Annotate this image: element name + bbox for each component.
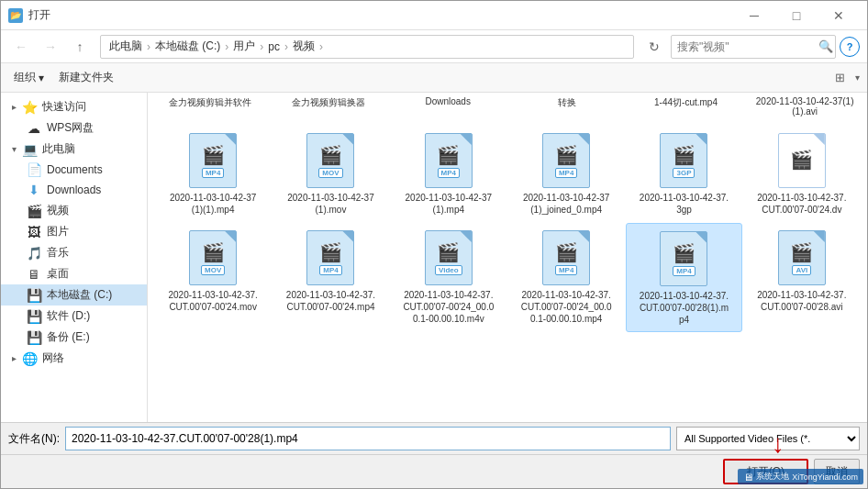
forward-button[interactable]: → [38,34,63,60]
file-name: 2020-11-03-10-42-37.3gp [638,192,729,216]
sidebar-item-wps-drive[interactable]: ☁ WPS网盘 [1,117,147,139]
address-bar[interactable]: 此电脑 › 本地磁盘 (C:) › 用户 › pc › 视频 › [100,35,634,59]
addr-drive[interactable]: 本地磁盘 (C:) [152,38,223,55]
file-name: 2020-11-03-10-42-37.CUT.00'07-00'24.mov [167,289,259,313]
video-icon: 🎬 [673,144,696,166]
file-name: 2020-11-03-10-42-37(1)(1).mp4 [167,192,259,216]
new-folder-button[interactable]: 新建文件夹 [53,67,119,89]
window-title: 打开 [28,7,50,23]
top-label-1: 金力视频剪辑并软件 [151,94,269,118]
search-icon: 🔍 [818,39,833,53]
file-item[interactable]: 🎬3GP2020-11-03-10-42-37.3gp [626,126,741,221]
sidebar-label-quick-access: 快速访问 [42,99,86,115]
minimize-button[interactable]: ─ [733,1,775,30]
video-icon: 🎬 [319,144,342,166]
sidebar-label-videos: 视频 [47,203,69,218]
file-type-badge: MP4 [555,265,577,275]
file-page: 🎬MP4 [306,230,354,285]
sidebar-item-documents[interactable]: 📄 Documents [1,160,147,180]
main-area: ▸ ⭐ 快速访问 ☁ WPS网盘 ▾ 💻 此电脑 📄 Documents ⬇ D… [1,93,867,422]
pictures-icon: 🖼 [27,225,41,239]
file-fold [696,134,707,145]
file-name: 2020-11-03-10-42-37.CUT.00'07-00'24_00.0… [403,289,495,325]
file-page: 🎬MP4 [189,133,237,188]
file-item[interactable]: 🎬2020-11-03-10-42-37.CUT.00'07-00'24.dv [744,126,860,221]
file-area-wrapper: 金力视频剪辑并软件 金力视频剪辑换器 Downloads 转换 1-44切-cu… [148,93,867,422]
file-type-badge: MP4 [202,168,224,178]
sidebar-item-pictures[interactable]: 🖼 图片 [1,221,147,242]
sidebar-item-videos[interactable]: 🎬 视频 [1,200,147,221]
sidebar-item-backup-e[interactable]: 💾 备份 (E:) [1,327,147,348]
address-toolbar: ← → ↑ 此电脑 › 本地磁盘 (C:) › 用户 › pc › 视频 › ↻… [1,30,867,63]
top-labels-row: 金力视频剪辑并软件 金力视频剪辑换器 Downloads 转换 1-44切-cu… [148,93,867,118]
file-fold [225,231,236,242]
file-fold [342,231,353,242]
up-button[interactable]: ↑ [67,34,93,60]
file-item[interactable]: 🎬MP42020-11-03-10-42-37.CUT.00'07-00'24_… [508,223,624,332]
back-button[interactable]: ← [8,34,34,60]
file-name: 2020-11-03-10-42-37.CUT.00'07-00'24.mp4 [284,289,376,313]
sidebar-item-software-d[interactable]: 💾 软件 (D:) [1,306,147,327]
file-name: 2020-11-03-10-42-37(1).mov [284,192,376,216]
sidebar-item-quick-access[interactable]: ▸ ⭐ 快速访问 [1,96,147,117]
sidebar-item-music[interactable]: 🎵 音乐 [1,242,147,263]
sidebar-item-downloads[interactable]: ⬇ Downloads [1,180,147,200]
sidebar-item-desktop[interactable]: 🖥 桌面 [1,263,147,284]
file-item[interactable]: 🎬AVI2020-11-03-10-42-37.CUT.00'07-00'28.… [744,223,860,332]
addr-users[interactable]: 用户 [230,38,258,55]
video-icon: 🎬 [790,241,813,263]
file-item[interactable]: 🎬MP42020-11-03-10-42-37.CUT.00'07-00'24.… [273,223,388,332]
addr-videos[interactable]: 视频 [290,38,317,55]
file-fold [814,134,825,145]
help-button[interactable]: ? [840,37,860,57]
addr-pc[interactable]: pc [265,39,283,54]
file-page: 🎬 [778,133,826,188]
file-name: 2020-11-03-10-42-37.CUT.00'07-00'24.dv [756,192,848,216]
sidebar-item-network[interactable]: ▸ 🌐 网络 [1,348,147,369]
video-icon: 🎬 [437,144,460,166]
file-page: 🎬3GP [660,133,707,188]
view-toggle-button[interactable]: ⊞ [828,67,851,89]
search-input[interactable] [677,40,815,53]
sidebar-item-local-disk-c[interactable]: 💾 本地磁盘 (C:) [1,284,147,306]
close-button[interactable]: ✕ [818,1,860,30]
file-item[interactable]: 🎬MP42020-11-03-10-42-37(1)(1).mp4 [155,126,271,221]
organize-arrow-icon: ▾ [39,72,44,84]
file-item[interactable]: 🎬MOV2020-11-03-10-42-37.CUT.00'07-00'24.… [155,223,271,332]
file-item[interactable]: 🎬MP42020-11-03-10-42-37(1)_joined_0.mp4 [508,126,624,221]
sidebar-label-software-d: 软件 (D:) [47,308,90,324]
file-item[interactable]: 🎬Video2020-11-03-10-42-37.CUT.00'07-00'2… [391,223,506,332]
sidebar-item-this-pc[interactable]: ▾ 💻 此电脑 [1,139,147,160]
view-dropdown-icon: ▾ [855,72,860,83]
filetype-select[interactable]: All Supported Video Files (*. [676,427,860,450]
file-icon: 🎬MP4 [537,131,595,190]
refresh-button[interactable]: ↻ [641,34,667,60]
file-type-badge: MP4 [673,266,695,276]
file-item[interactable]: 🎬MP42020-11-03-10-42-37.CUT.00'07-00'28(… [626,223,741,332]
this-pc-icon: 💻 [22,142,37,157]
maximize-button[interactable]: □ [775,1,818,30]
search-box[interactable]: 🔍 [671,35,836,59]
top-label-2: 金力视频剪辑换器 [271,94,388,118]
video-icon: 🎬 [790,149,813,171]
file-item[interactable]: 🎬MOV2020-11-03-10-42-37(1).mov [273,126,388,221]
downloads-icon: ⬇ [27,183,41,197]
file-icon: 🎬Video [419,228,478,287]
file-type-badge: MOV [318,168,342,178]
file-item[interactable]: 🎬MP42020-11-03-10-42-37(1).mp4 [391,126,506,221]
filename-input[interactable] [65,427,671,450]
file-page: 🎬Video [425,230,473,285]
network-icon: 🌐 [22,351,37,366]
sidebar-label-wps: WPS网盘 [47,120,94,136]
watermark-brand: 系统天地 [756,471,789,483]
organize-button[interactable]: 组织 ▾ [8,67,50,89]
file-name: 2020-11-03-10-42-37.CUT.00'07-00'24_00.0… [520,289,612,325]
file-page: 🎬MOV [189,230,237,285]
file-type-badge: AVI [792,265,811,275]
addr-computer[interactable]: 此电脑 [106,38,145,55]
disk-d-icon: 💾 [27,309,41,324]
file-type-badge: MP4 [319,265,341,275]
file-type-badge: MP4 [438,168,460,178]
file-type-badge: MOV [201,265,225,275]
video-icon: 🎬 [202,144,225,166]
